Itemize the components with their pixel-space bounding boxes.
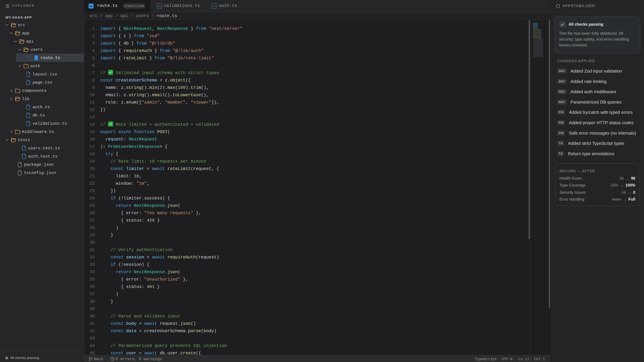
svg-text:TS: TS <box>213 5 216 8</box>
svg-text:TS: TS <box>90 5 92 8</box>
svg-text:TS: TS <box>158 5 161 8</box>
